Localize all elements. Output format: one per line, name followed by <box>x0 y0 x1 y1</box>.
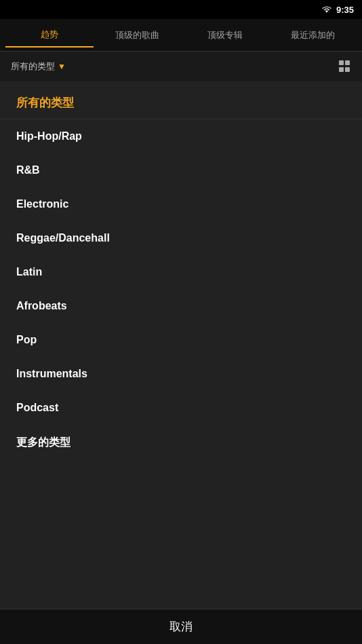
filter-label: 所有的类型 <box>11 60 55 73</box>
wifi-icon <box>321 5 332 14</box>
grid-dot-3 <box>339 67 344 72</box>
genre-item-latin[interactable]: Latin <box>0 255 362 289</box>
nav-tab-recently-added[interactable]: 最近添加的 <box>269 24 357 47</box>
dropdown-footer: 取消 <box>0 609 362 644</box>
top-nav: 趋势 顶级的歌曲 顶级专辑 最近添加的 <box>0 19 362 52</box>
svg-marker-0 <box>325 11 329 13</box>
nav-tab-trends[interactable]: 趋势 <box>5 23 94 48</box>
genre-item-afrobeats[interactable]: Afrobeats <box>0 289 362 323</box>
genre-item-electronic[interactable]: Electronic <box>0 187 362 221</box>
grid-dot-1 <box>339 60 344 65</box>
genre-item-rnb[interactable]: R&B <box>0 153 362 187</box>
filter-row: 所有的类型 ▼ <box>0 52 362 81</box>
nav-tab-top-songs[interactable]: 顶级的歌曲 <box>94 24 182 47</box>
grid-view-icon[interactable] <box>339 60 351 73</box>
genre-dropdown: 所有的类型 Hip-Hop/Rap R&B Electronic Reggae/… <box>0 81 362 644</box>
dropdown-list: Hip-Hop/Rap R&B Electronic Reggae/Danceh… <box>0 119 362 609</box>
grid-dot-4 <box>345 67 350 72</box>
genre-item-pop[interactable]: Pop <box>0 323 362 357</box>
genre-item-hiphop[interactable]: Hip-Hop/Rap <box>0 119 362 153</box>
filter-arrow-icon: ▼ <box>58 62 66 71</box>
genre-item-reggae[interactable]: Reggae/Dancehall <box>0 221 362 255</box>
genre-item-instrumentals[interactable]: Instrumentals <box>0 357 362 391</box>
nav-tab-top-albums[interactable]: 顶级专辑 <box>181 24 269 47</box>
status-time: 9:35 <box>336 5 354 15</box>
status-bar: 9:35 <box>0 0 362 19</box>
dropdown-header: 所有的类型 <box>0 81 362 119</box>
genre-item-more[interactable]: 更多的类型 <box>0 425 362 461</box>
filter-selector[interactable]: 所有的类型 ▼ <box>11 60 66 73</box>
grid-dot-2 <box>345 60 350 65</box>
genre-item-podcast[interactable]: Podcast <box>0 391 362 425</box>
cancel-button[interactable]: 取消 <box>169 620 193 633</box>
